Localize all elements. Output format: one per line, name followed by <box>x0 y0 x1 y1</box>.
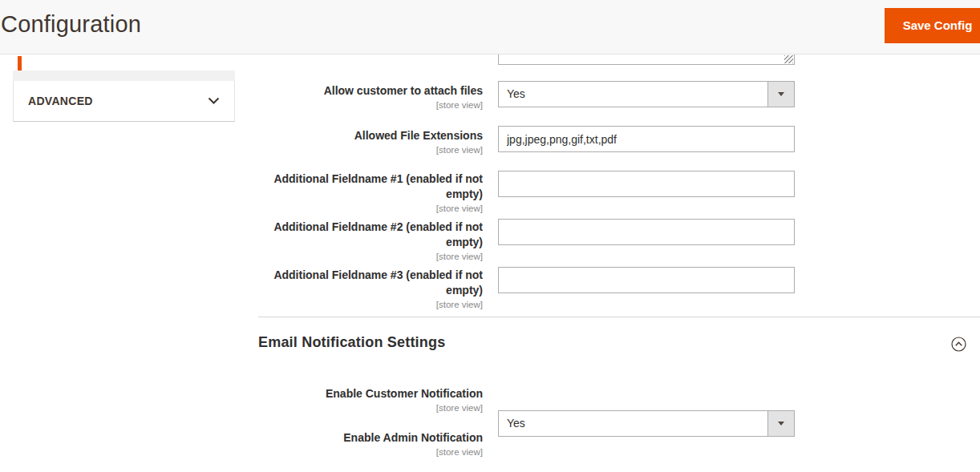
field-label: Additional Fieldname #3 (enabled if not … <box>257 268 483 298</box>
field-label: Allowed File Extensions <box>257 128 483 143</box>
section-collapse-button[interactable] <box>950 337 966 353</box>
scope-label: [store view] <box>257 402 483 414</box>
field-label-block: Enable Admin Notification [store view] <box>257 430 483 458</box>
field-label: Additional Fieldname #2 (enabled if not … <box>257 220 483 250</box>
allow-attach-files-select[interactable]: Yes <box>498 81 795 107</box>
scope-label: [store view] <box>257 99 483 111</box>
field-label-block: Allow customer to attach files [store vi… <box>257 83 483 111</box>
save-config-button[interactable]: Save Config <box>885 8 980 43</box>
field-label: Additional Fieldname #1 (enabled if not … <box>257 171 483 202</box>
sidebar-item-advanced[interactable]: ADVANCED <box>13 81 235 122</box>
field-label-block: Allowed File Extensions [store view] <box>257 128 483 156</box>
dropdown-arrow-button[interactable] <box>767 82 794 107</box>
additional-fieldname-1-input[interactable] <box>498 171 795 197</box>
field-label-block: Additional Fieldname #1 (enabled if not … <box>257 171 483 215</box>
chevron-up-circle-icon <box>951 337 966 352</box>
scope-label: [store view] <box>257 203 483 215</box>
resize-handle-icon[interactable] <box>784 55 793 63</box>
select-value: Yes <box>507 82 525 107</box>
active-section-marker <box>18 56 22 71</box>
enable-customer-notification-select[interactable]: Yes <box>498 410 795 437</box>
select-value: Yes <box>507 411 525 436</box>
scope-label: [store view] <box>257 144 483 156</box>
allowed-file-extensions-input[interactable] <box>498 126 795 152</box>
dropdown-arrow-button[interactable] <box>767 411 794 436</box>
field-label-block: Enable Customer Notification [store view… <box>257 386 483 414</box>
field-label: Enable Admin Notification <box>257 430 483 446</box>
scope-label: [store view] <box>257 299 483 311</box>
additional-fieldname-2-input[interactable] <box>498 219 795 245</box>
field-label: Enable Customer Notification <box>257 386 483 401</box>
chevron-down-icon <box>208 97 220 105</box>
field-label-block: Additional Fieldname #2 (enabled if not … <box>257 220 483 263</box>
dropdown-arrow-icon <box>778 422 784 426</box>
dropdown-arrow-icon <box>778 92 784 96</box>
additional-fieldname-3-input[interactable] <box>498 267 795 293</box>
field-label: Allow customer to attach files <box>257 83 483 99</box>
page-header: Configuration Save Config <box>0 0 980 54</box>
configuration-page: Allow customer to attach files [store vi… <box>0 0 980 472</box>
sidebar-section-strip <box>13 71 235 81</box>
section-divider <box>258 317 980 317</box>
field-label-block: Additional Fieldname #3 (enabled if not … <box>257 268 483 311</box>
page-title: Configuration <box>1 11 141 38</box>
scope-label: [store view] <box>257 251 483 263</box>
email-notification-section-title: Email Notification Settings <box>258 334 445 351</box>
sidebar-item-label: ADVANCED <box>28 95 93 107</box>
scope-label: [store view] <box>257 446 483 458</box>
